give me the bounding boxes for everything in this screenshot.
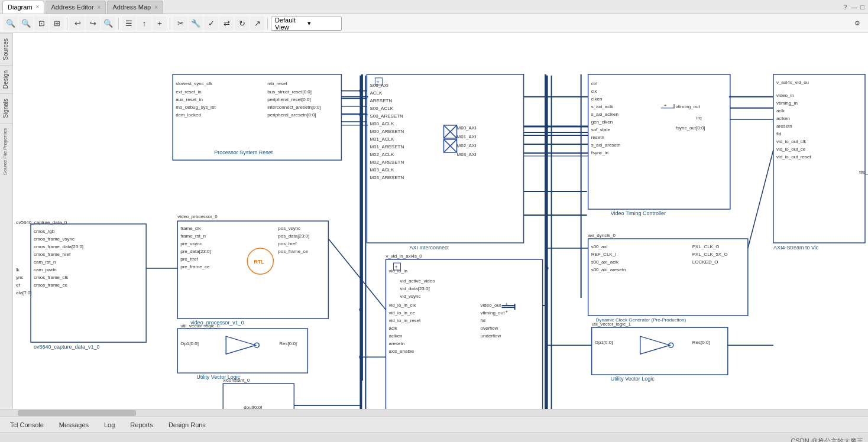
sep3 [170,18,170,30]
tab-address-editor-close[interactable]: × [98,4,101,11]
add-button[interactable]: + [153,17,167,31]
sep4 [267,18,268,30]
svg-text:S00_ARESETN: S00_ARESETN [370,113,403,119]
check-button[interactable]: ✓ [204,17,218,31]
svg-text:ext_reset_in: ext_reset_in [176,89,202,95]
svg-text:ync: ync [16,275,23,280]
export-button[interactable]: ↗ [250,17,264,31]
svg-text:underflow: underflow [481,333,501,339]
zoom-out-button[interactable]: 🔍 [19,17,33,31]
refresh-button[interactable]: ↻ [235,17,249,31]
svg-text:ctrl: ctrl [591,81,598,86]
svg-text:vtiming_out: vtiming_out [676,104,701,109]
design-panel-tab[interactable]: Design [0,65,12,93]
redo-button[interactable]: ↪ [86,17,100,31]
svg-text:vid_io_out_reset: vid_io_out_reset [776,154,811,160]
tab-address-map-label: Address Map [112,4,151,11]
tab-address-editor[interactable]: Address Editor × [46,1,106,14]
wrench-button[interactable]: 🔧 [189,17,203,31]
svg-text:vid_io_out_ce: vid_io_out_ce [776,147,806,152]
svg-text:frame_clk: frame_clk [180,226,202,231]
svg-text:vid_io_in: vid_io_in [388,268,407,274]
bottom-tabs: Tcl Console Messages Log Reports Design … [0,416,868,433]
fit-button[interactable]: ⊡ [34,17,48,31]
maximize-icon[interactable]: □ [860,4,864,11]
svg-text:fsync_out[0:0]: fsync_out[0:0] [676,125,705,131]
svg-text:axi_dynclk_0: axi_dynclk_0 [588,233,616,238]
undo-button[interactable]: ↩ [70,17,85,31]
svg-text:ov5640_capture_data_v1_0: ov5640_capture_data_v1_0 [34,344,100,350]
svg-text:peripheral_aresetn[0:0]: peripheral_aresetn[0:0] [267,112,316,118]
svg-text:Processor System Reset: Processor System Reset [214,150,273,155]
cut-button[interactable]: ✂ [173,17,187,31]
horizontal-scrollbar[interactable] [0,409,868,416]
settings-icon[interactable]: ⚙ [850,17,864,31]
svg-text:slowest_sync_clk: slowest_sync_clk [176,81,213,86]
svg-text:vid_io_in_clk: vid_io_in_clk [388,303,416,308]
list-button[interactable]: ☰ [122,17,136,31]
svg-text:cam_rst_n: cam_rst_n [34,259,56,265]
svg-text:frame_rst_n: frame_rst_n [180,233,206,239]
tab-diagram-close[interactable]: × [36,4,40,10]
svg-point-190 [545,266,549,270]
svg-text:bus_struct_reset[0:0]: bus_struct_reset[0:0] [267,89,312,95]
svg-text:fsync_in: fsync_in [591,150,608,155]
svg-text:fid: fid [481,318,485,323]
svg-text:cmos_frame_ce: cmos_frame_ce [34,282,67,288]
svg-text:pre_href: pre_href [180,256,199,262]
svg-text:pre_frame_ce: pre_frame_ce [180,264,210,269]
svg-text:REF_CLK_I: REF_CLK_I [591,252,617,257]
svg-text:M02_ARESETN: M02_ARESETN [370,160,404,165]
bottom-tab-design-runs[interactable]: Design Runs [161,418,213,431]
up-button[interactable]: ↑ [137,17,151,31]
signals-panel-tab[interactable]: Signals [0,93,12,123]
svg-text:interconnect_aresetn[0:0]: interconnect_aresetn[0:0] [267,105,320,110]
zoom-in-button[interactable]: 🔍 [4,17,18,31]
svg-text:pre_vsync: pre_vsync [180,241,202,246]
tab-address-map[interactable]: Address Map × [107,1,163,14]
status-bar: CSDN @抢公主的大魔王 [0,433,868,442]
svg-text:s00_axi_aclk: s00_axi_aclk [591,259,619,265]
svg-point-192 [359,355,362,359]
svg-text:Op1[0:0]: Op1[0:0] [595,340,613,345]
tab-diagram[interactable]: Diagram × [2,1,44,14]
svg-text:video_out: video_out [481,303,501,308]
canvas-area[interactable]: Processor System Reset slowest_sync_clk … [13,33,868,409]
bottom-tab-tcl[interactable]: Tcl Console [2,418,51,431]
svg-text:gen_clken: gen_clken [591,119,613,125]
svg-text:pos_data[23:0]: pos_data[23:0] [278,233,309,239]
svg-text:M03_ARESETN: M03_ARESETN [370,175,404,180]
svg-text:pre_data[23:0]: pre_data[23:0] [180,249,211,254]
help-icon[interactable]: ? [843,4,847,11]
scrollbar-thumb[interactable] [18,410,136,416]
svg-point-189 [545,125,549,128]
view-dropdown[interactable]: Default View ▾ [271,17,342,31]
source-file-props-tab[interactable]: Source File Properties [0,123,12,180]
svg-text:PXL_CLK_O: PXL_CLK_O [692,244,720,249]
tab-address-map-close[interactable]: × [154,4,158,11]
bottom-tab-messages[interactable]: Messages [51,418,96,431]
bottom-tab-reports[interactable]: Reports [122,418,161,431]
fullscreen-button[interactable]: ⊞ [50,17,64,31]
svg-text:s_axi_aclken: s_axi_aclken [591,112,618,117]
bottom-tab-log[interactable]: Log [96,418,122,431]
svg-text:s00_axi_aresetn: s00_axi_aresetn [591,267,626,272]
search-button[interactable]: 🔍 [101,17,115,31]
sources-panel-tab[interactable]: Sources [0,33,12,65]
svg-text:M02_ACLK: M02_ACLK [370,152,394,157]
svg-text:M02_AXI: M02_AXI [457,143,477,148]
tab-address-editor-label: Address Editor [51,4,93,11]
dropdown-chevron-icon: ▾ [307,20,338,27]
svg-text:M01_AXI: M01_AXI [457,134,477,139]
svg-text:vtiming_in: vtiming_in [776,100,798,106]
svg-text:video_in: video_in [776,93,794,98]
minimize-icon[interactable]: — [850,4,857,11]
svg-point-188 [359,113,362,116]
svg-text:video_processor_0: video_processor_0 [177,214,218,219]
svg-text:dcm_locked: dcm_locked [176,112,201,118]
arrows-button[interactable]: ⇄ [219,17,234,31]
sep1 [67,18,67,30]
svg-text:pos_vsync: pos_vsync [278,226,300,231]
svg-text:v_vid_in_axi4s_0: v_vid_in_axi4s_0 [386,254,422,259]
main-layout: Sources Design Signals Source File Prope… [0,33,868,409]
